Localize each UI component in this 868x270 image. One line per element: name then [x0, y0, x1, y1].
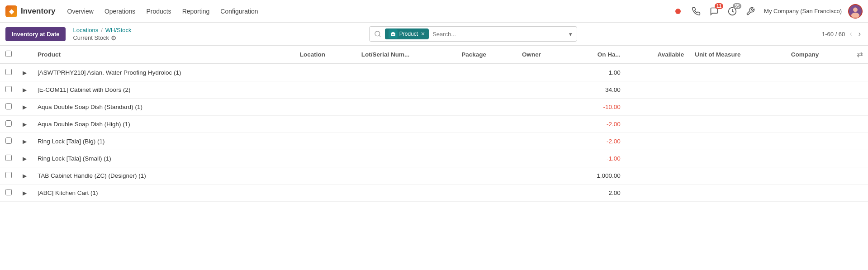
row-expand-button[interactable]: ▶	[23, 190, 27, 196]
search-dropdown-button[interactable]: ▾	[567, 31, 574, 38]
location-column-header[interactable]: Location	[294, 46, 356, 64]
column-settings-column[interactable]: ⇄	[851, 46, 868, 64]
row-checkbox-cell[interactable]	[0, 99, 17, 116]
row-checkbox[interactable]	[5, 103, 12, 109]
row-checkbox[interactable]	[5, 86, 12, 92]
row-product-cell: Aqua Double Soap Dish (High) (1)	[32, 116, 294, 133]
pagination-next-button[interactable]: ›	[857, 29, 863, 39]
row-extra-cell	[851, 167, 868, 185]
row-expand-button[interactable]: ▶	[23, 173, 27, 179]
row-checkbox-cell[interactable]	[0, 133, 17, 150]
row-expand-button[interactable]: ▶	[23, 121, 27, 128]
breadcrumb-locations-link[interactable]: Locations	[73, 27, 98, 33]
row-checkbox[interactable]	[5, 172, 12, 178]
row-expand-cell[interactable]: ▶	[17, 116, 32, 133]
pagination-prev-button[interactable]: ‹	[848, 29, 854, 39]
package-column-header[interactable]: Package	[456, 46, 517, 64]
product-filter-remove[interactable]: ✕	[421, 31, 425, 37]
row-expand-cell[interactable]: ▶	[17, 99, 32, 116]
row-checkbox-cell[interactable]	[0, 185, 17, 202]
row-available-cell	[626, 116, 689, 133]
breadcrumb: Locations / WH/Stock Current Stock ⚙	[73, 27, 131, 42]
search-input[interactable]	[431, 31, 567, 38]
row-package-cell	[456, 185, 517, 202]
nav-overview[interactable]: Overview	[63, 5, 98, 18]
available-column-header[interactable]: Available	[626, 46, 689, 64]
row-checkbox-cell[interactable]	[0, 167, 17, 185]
row-owner-cell	[517, 81, 567, 99]
select-all-column[interactable]	[0, 46, 17, 64]
search-area: Product ✕ ▾	[132, 26, 815, 42]
table-row: ▶ [ABC] Kitchen Cart (1) 2.00	[0, 185, 868, 202]
company-column-header[interactable]: Company	[786, 46, 851, 64]
breadcrumb-whstock-link[interactable]: WH/Stock	[105, 27, 132, 33]
status-dot-button[interactable]	[671, 4, 685, 19]
row-lot-cell	[356, 167, 456, 185]
row-location-cell	[294, 150, 356, 167]
row-package-cell	[456, 133, 517, 150]
row-checkbox-cell[interactable]	[0, 64, 17, 81]
user-avatar[interactable]	[848, 4, 863, 19]
on-hand-column-header[interactable]: On Ha...	[567, 46, 626, 64]
row-checkbox[interactable]	[5, 120, 12, 127]
table-row: ▶ Ring Lock [Tala] (Big) (1) -2.00	[0, 133, 868, 150]
owner-column-header[interactable]: Owner	[517, 46, 567, 64]
nav-configuration[interactable]: Configuration	[216, 5, 262, 18]
row-location-cell	[294, 167, 356, 185]
app-title: Inventory	[21, 7, 56, 16]
company-label[interactable]: My Company (San Francisco)	[761, 6, 844, 16]
row-checkbox[interactable]	[5, 155, 12, 161]
row-on-hand-cell: -1.00	[567, 150, 626, 167]
nav-reporting[interactable]: Reporting	[178, 5, 214, 18]
product-filter-label: Product	[399, 31, 418, 37]
row-available-cell	[626, 185, 689, 202]
row-expand-button[interactable]: ▶	[23, 104, 27, 110]
row-expand-cell[interactable]: ▶	[17, 133, 32, 150]
row-expand-button[interactable]: ▶	[23, 87, 27, 93]
row-expand-button[interactable]: ▶	[23, 156, 27, 162]
row-extra-cell	[851, 116, 868, 133]
product-column-header[interactable]: Product	[32, 46, 294, 64]
row-checkbox[interactable]	[5, 69, 12, 75]
row-expand-button[interactable]: ▶	[23, 70, 27, 76]
select-all-checkbox[interactable]	[5, 51, 12, 57]
row-lot-cell	[356, 99, 456, 116]
row-on-hand-cell: -10.00	[567, 99, 626, 116]
row-lot-cell	[356, 133, 456, 150]
row-expand-cell[interactable]: ▶	[17, 81, 32, 99]
row-company-cell	[786, 116, 851, 133]
inventory-at-date-button[interactable]: Inventory at Date	[5, 27, 66, 41]
row-company-cell	[786, 133, 851, 150]
row-expand-cell[interactable]: ▶	[17, 150, 32, 167]
odoo-logo-icon: ◆	[5, 5, 17, 17]
row-expand-button[interactable]: ▶	[23, 138, 27, 145]
brand[interactable]: ◆ Inventory	[5, 5, 56, 17]
lot-serial-column-header[interactable]: Lot/Serial Num...	[356, 46, 456, 64]
table-header-row: Product Location Lot/Serial Num... Packa…	[0, 46, 868, 64]
row-expand-cell[interactable]: ▶	[17, 64, 32, 81]
gear-icon[interactable]: ⚙	[111, 34, 117, 42]
column-settings-icon[interactable]: ⇄	[857, 51, 863, 58]
row-lot-cell	[356, 64, 456, 81]
row-lot-cell	[356, 116, 456, 133]
row-checkbox[interactable]	[5, 189, 12, 195]
phone-button[interactable]	[689, 4, 703, 19]
settings-button[interactable]	[743, 4, 758, 19]
row-available-cell	[626, 81, 689, 99]
row-expand-cell[interactable]: ▶	[17, 185, 32, 202]
row-company-cell	[786, 185, 851, 202]
unit-of-measure-column-header[interactable]: Unit of Measure	[689, 46, 786, 64]
product-filter-tag[interactable]: Product ✕	[385, 28, 429, 39]
row-checkbox[interactable]	[5, 137, 12, 144]
chat-button[interactable]: 11	[707, 4, 721, 19]
row-checkbox-cell[interactable]	[0, 116, 17, 133]
row-checkbox-cell[interactable]	[0, 150, 17, 167]
updates-button[interactable]: 55	[725, 4, 740, 19]
nav-products[interactable]: Products	[142, 5, 175, 18]
row-checkbox-cell[interactable]	[0, 81, 17, 99]
row-expand-cell[interactable]: ▶	[17, 167, 32, 185]
current-stock-label: Current Stock	[73, 34, 109, 41]
row-product-cell: [ABC] Kitchen Cart (1)	[32, 185, 294, 202]
row-uom-cell	[689, 116, 786, 133]
nav-operations[interactable]: Operations	[100, 5, 140, 18]
